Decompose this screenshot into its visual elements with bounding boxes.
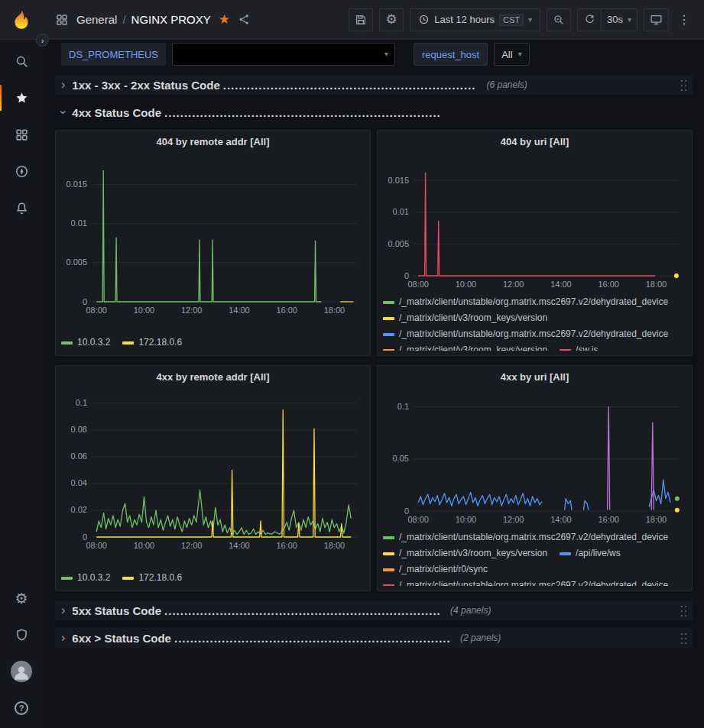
refresh-button[interactable]: [577, 8, 602, 31]
search-icon: [15, 54, 29, 69]
row-5xx-status-code[interactable]: › 5xx Status Code ......................…: [55, 600, 693, 620]
row-dots: ........................................…: [164, 106, 440, 119]
legend-item[interactable]: 10.0.3.2: [61, 335, 110, 351]
sidebar-expand-button[interactable]: ›: [36, 34, 49, 47]
legend-label: /_matrix/client/r0/sync: [399, 561, 488, 578]
row-4xx-status-code[interactable]: › 4xx Status Code ......................…: [55, 102, 693, 122]
svg-text:16:00: 16:00: [276, 306, 297, 315]
row-panel-count: (2 panels): [460, 633, 501, 643]
chevron-right-icon: ›: [61, 603, 65, 617]
chevron-down-icon: ▾: [528, 16, 532, 24]
grafana-flame-icon: [10, 8, 33, 31]
gear-icon: ⚙: [15, 591, 28, 606]
panel-title[interactable]: 404 by remote addr [All]: [61, 134, 365, 150]
legend-item[interactable]: 172.18.0.6: [122, 335, 182, 351]
legend-swatch-blue-icon: [560, 552, 571, 555]
svg-text:0.08: 0.08: [71, 425, 87, 434]
legend-item[interactable]: /_matrix/client/v3/room_keys/version: [383, 342, 547, 351]
legend-item[interactable]: /sw.js: [560, 342, 598, 351]
sidebar-item-help[interactable]: ?: [0, 690, 43, 726]
sidebar-item-profile[interactable]: [0, 653, 43, 690]
legend-swatch-orange-icon: [383, 568, 394, 571]
panel-404-by-uri: 404 by uri [All] 00.0050.010.01508:0010:…: [377, 130, 693, 356]
legend-item[interactable]: /_matrix/client/v3/room_keys/version: [383, 545, 547, 561]
legend-label: /_matrix/client/unstable/org.matrix.msc2…: [399, 326, 668, 342]
breadcrumb-folder[interactable]: General: [76, 13, 117, 26]
svg-text:0: 0: [83, 532, 87, 542]
row-panel-count: (4 panels): [450, 605, 491, 616]
shield-icon: [15, 628, 29, 642]
timeseries-chart[interactable]: 00.020.040.060.080.108:0010:0012:0014:00…: [61, 390, 365, 552]
legend-item[interactable]: /_matrix/client/unstable/org.matrix.msc2…: [383, 294, 668, 310]
row-6xx-status-code[interactable]: › 6xx > Status Code ....................…: [55, 628, 693, 648]
tv-mode-button[interactable]: [644, 8, 669, 31]
row-title: 5xx Status Code: [72, 604, 161, 617]
refresh-interval-picker[interactable]: 30s ▾: [601, 8, 637, 31]
legend-item[interactable]: /_matrix/client/unstable/org.matrix.msc2…: [383, 578, 668, 586]
timeseries-chart[interactable]: 00.050.108:0010:0012:0014:0016:0018:00: [383, 390, 686, 526]
legend-swatch-red-icon: [560, 349, 571, 351]
legend-item[interactable]: /_matrix/client/r0/sync: [383, 561, 488, 578]
legend-item[interactable]: /_matrix/client/unstable/org.matrix.msc2…: [383, 326, 668, 342]
refresh-controls: 30s ▾: [577, 8, 637, 31]
row-drag-handle[interactable]: [680, 604, 688, 617]
sidebar-item-configuration[interactable]: ⚙: [0, 580, 43, 616]
panel-legend: /_matrix/client/unstable/org.matrix.msc2…: [383, 291, 686, 351]
sidebar-item-starred[interactable]: [0, 79, 43, 116]
star-icon: [15, 91, 29, 105]
time-range-label: Last 12 hours: [434, 14, 495, 25]
timeseries-chart[interactable]: 00.0050.010.01508:0010:0012:0014:0016:00…: [61, 155, 365, 317]
favorite-star-icon[interactable]: ★: [219, 13, 230, 26]
svg-text:0.05: 0.05: [393, 454, 409, 463]
timeseries-chart[interactable]: 00.0050.010.01508:0010:0012:0014:0016:00…: [383, 155, 686, 291]
legend-item[interactable]: /_matrix/client/v3/room_keys/version: [383, 310, 547, 326]
panel-4xx-by-uri: 4xx by uri [All] 00.050.108:0010:0012:00…: [377, 365, 693, 591]
legend-item[interactable]: 172.18.0.6: [122, 570, 182, 586]
grafana-logo[interactable]: [0, 0, 43, 39]
legend-label: /_matrix/client/unstable/org.matrix.msc2…: [399, 294, 668, 310]
svg-text:0.015: 0.015: [66, 180, 87, 189]
clock-icon: [418, 14, 430, 25]
kebab-menu-button[interactable]: ⋮: [675, 12, 693, 27]
svg-text:08:00: 08:00: [407, 280, 429, 289]
panel-legend: /_matrix/client/unstable/org.matrix.msc2…: [383, 526, 686, 586]
request-host-variable-select[interactable]: All ▾: [494, 43, 529, 66]
sidebar: ⚙ ?: [0, 40, 43, 728]
svg-text:0.1: 0.1: [76, 398, 87, 407]
legend-item[interactable]: /_matrix/client/unstable/org.matrix.msc2…: [383, 529, 668, 545]
legend-swatch-red-icon: [383, 584, 394, 587]
legend-label: /_matrix/client/unstable/org.matrix.msc2…: [399, 529, 668, 545]
panel-title[interactable]: 404 by uri [All]: [383, 134, 686, 150]
sidebar-item-search[interactable]: [0, 43, 43, 79]
share-icon[interactable]: [238, 13, 251, 26]
zoom-out-button[interactable]: [547, 8, 571, 31]
legend-label: 10.0.3.2: [77, 570, 110, 586]
datasource-variable-select[interactable]: ▾: [172, 43, 395, 66]
legend-swatch-green-icon: [61, 577, 73, 580]
sidebar-item-server-admin[interactable]: [0, 616, 43, 653]
sidebar-item-dashboards[interactable]: [0, 116, 43, 153]
svg-text:0.01: 0.01: [393, 207, 409, 216]
legend-item[interactable]: 10.0.3.2: [61, 570, 110, 586]
time-range-picker[interactable]: Last 12 hours CST ▾: [410, 8, 540, 31]
legend-swatch-orange-icon: [383, 349, 394, 351]
dashboards-grid-icon[interactable]: [55, 13, 69, 27]
row-dots: ........................................…: [223, 79, 476, 92]
svg-text:0.06: 0.06: [71, 451, 87, 461]
row-drag-handle[interactable]: [680, 632, 688, 645]
panel-title[interactable]: 4xx by remote addr [All]: [61, 369, 365, 386]
sidebar-item-explore[interactable]: [0, 153, 43, 189]
save-dashboard-button[interactable]: [349, 8, 373, 31]
panel-4xx-by-remote-addr: 4xx by remote addr [All] 00.020.040.060.…: [55, 365, 371, 591]
legend-label: /_matrix/client/v3/room_keys/version: [399, 545, 547, 561]
row-drag-handle[interactable]: [680, 79, 688, 92]
row-1xx-3xx-2xx-status-code[interactable]: › 1xx - 3xx - 2xx Status Code ..........…: [55, 75, 693, 95]
sidebar-item-alerting[interactable]: [0, 189, 43, 226]
legend-item[interactable]: /api/live/ws: [560, 545, 621, 561]
dashboard-settings-button[interactable]: ⚙: [379, 8, 404, 31]
panel-title[interactable]: 4xx by uri [All]: [383, 369, 686, 386]
svg-text:10:00: 10:00: [456, 515, 477, 524]
svg-text:0: 0: [404, 271, 409, 280]
toolbar-actions: ⚙ Last 12 hours CST ▾ 30s: [349, 8, 693, 31]
legend-swatch-yellow-icon: [383, 552, 394, 555]
